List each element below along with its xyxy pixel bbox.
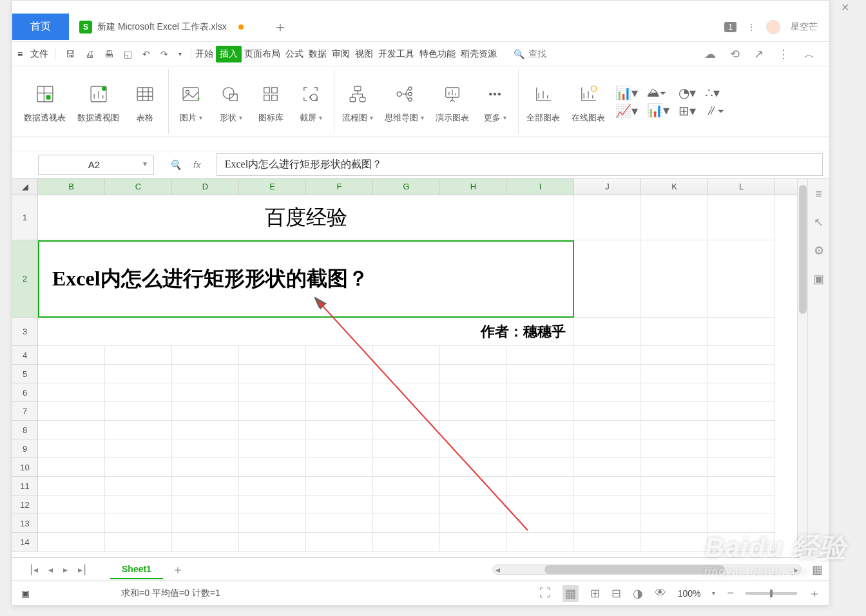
cell[interactable] <box>641 458 708 477</box>
tab-review[interactable]: 审阅 <box>329 44 352 64</box>
cell[interactable] <box>641 365 708 383</box>
cell[interactable] <box>105 365 172 383</box>
tab-devtools[interactable]: 开发工具 <box>376 44 417 64</box>
tab-formula[interactable]: 公式 <box>283 44 306 64</box>
col-header[interactable]: K <box>641 178 708 195</box>
tab-view[interactable]: 视图 <box>352 44 376 64</box>
cell[interactable] <box>708 439 775 458</box>
cell-a2-selected[interactable]: Excel内怎么进行矩形形状的截图？ <box>38 240 574 318</box>
row-header[interactable]: 7 <box>12 402 38 421</box>
cell[interactable] <box>574 402 641 421</box>
cell[interactable] <box>574 421 641 439</box>
zoom-fx-icon[interactable]: 🔍 <box>169 159 182 171</box>
search-box[interactable]: 🔍 查找 <box>514 48 546 60</box>
cell[interactable] <box>708 421 775 439</box>
name-box[interactable]: A2 <box>38 155 154 175</box>
tab-features[interactable]: 特色功能 <box>417 44 458 64</box>
col-header[interactable]: E <box>239 178 306 195</box>
preview-icon[interactable]: ◱ <box>124 49 132 59</box>
cell[interactable] <box>507 365 574 383</box>
cell[interactable] <box>574 533 641 552</box>
tab-insert[interactable]: 插入 <box>216 46 242 63</box>
cell[interactable] <box>239 365 306 383</box>
cell[interactable] <box>105 496 172 514</box>
cell-a1[interactable]: 百度经验 <box>38 195 574 240</box>
row-header[interactable]: 6 <box>12 383 38 402</box>
cell[interactable] <box>440 439 507 458</box>
bar-chart-icon[interactable]: 📊▾ <box>615 85 638 101</box>
cell[interactable] <box>172 365 239 383</box>
cell[interactable] <box>105 458 172 477</box>
row-header[interactable]: 9 <box>12 439 38 458</box>
cell[interactable] <box>239 514 306 533</box>
area-chart-icon[interactable]: ⛰▾ <box>647 85 669 100</box>
more-icon[interactable]: ⋮ <box>778 47 789 61</box>
win-close[interactable]: ✕ <box>841 1 849 14</box>
row-header[interactable]: 8 <box>12 421 38 439</box>
cell[interactable] <box>440 421 507 439</box>
btn-pivot-chart[interactable]: 数据透视图 <box>73 69 123 134</box>
tab-resources[interactable]: 稻壳资源 <box>458 44 499 64</box>
sidepanel-panel-icon[interactable]: ▣ <box>813 272 824 286</box>
cell[interactable] <box>641 514 708 533</box>
stock-chart-icon[interactable]: ⫽▾ <box>705 103 724 118</box>
vertical-scrollbar[interactable] <box>797 178 807 557</box>
cell[interactable] <box>38 477 105 496</box>
col-header[interactable]: J <box>574 178 641 195</box>
eye-icon[interactable]: 👁 <box>655 586 666 600</box>
row-header[interactable]: 12 <box>12 496 38 514</box>
btn-presentation-chart[interactable]: 演示图表 <box>432 69 473 134</box>
combo-chart-icon[interactable]: ⊞▾ <box>678 103 696 119</box>
cell[interactable] <box>373 421 440 439</box>
zoom-slider[interactable] <box>746 592 797 595</box>
cell[interactable] <box>172 533 239 552</box>
cell[interactable] <box>440 383 507 402</box>
btn-shapes[interactable]: 形状 <box>213 69 249 134</box>
pie-chart-icon[interactable]: ◔▾ <box>678 85 696 101</box>
cell[interactable] <box>38 346 105 365</box>
cell[interactable] <box>105 439 172 458</box>
cell[interactable] <box>172 383 239 402</box>
col-header[interactable]: G <box>373 178 440 195</box>
cell[interactable] <box>440 533 507 552</box>
cell[interactable] <box>708 402 775 421</box>
fullscreen-icon[interactable]: ⛶ <box>539 586 551 600</box>
btn-more[interactable]: 更多 <box>477 69 519 134</box>
sidepanel-hamburger-icon[interactable]: ≡ <box>815 188 822 201</box>
cell[interactable] <box>105 533 172 552</box>
cell[interactable] <box>105 477 172 496</box>
cell[interactable] <box>38 439 105 458</box>
tab-pagelayout[interactable]: 页面布局 <box>242 44 283 64</box>
view-normal-icon[interactable]: ▦ <box>563 585 579 602</box>
row-header[interactable]: 1 <box>12 195 38 240</box>
cell[interactable] <box>306 421 373 439</box>
read-mode-icon[interactable]: ◑ <box>633 586 643 601</box>
tab-document[interactable]: S 新建 Microsoft Excel 工作表.xlsx <box>69 21 254 34</box>
save-icon[interactable]: 🖫 <box>66 49 75 59</box>
user-avatar[interactable] <box>766 20 780 34</box>
cell[interactable] <box>641 346 708 365</box>
col-header[interactable]: B <box>38 178 105 195</box>
cell[interactable] <box>239 496 306 514</box>
tab-data[interactable]: 数据 <box>306 44 329 64</box>
cell[interactable] <box>172 439 239 458</box>
cell[interactable] <box>172 421 239 439</box>
cell[interactable] <box>306 346 373 365</box>
notification-badge[interactable]: 1 <box>724 22 736 32</box>
cell[interactable] <box>239 477 306 496</box>
qat-dropdown[interactable]: ▾ <box>178 50 182 57</box>
cell[interactable] <box>641 533 708 552</box>
btn-flowchart[interactable]: 流程图 <box>338 69 377 134</box>
sheet-next-icon[interactable]: ▸ <box>63 564 68 575</box>
cell[interactable] <box>105 346 172 365</box>
row-header[interactable]: 14 <box>12 533 38 552</box>
cell[interactable] <box>574 346 641 365</box>
cell[interactable] <box>574 496 641 514</box>
btn-mindmap[interactable]: 思维导图 <box>381 69 428 134</box>
cell[interactable] <box>172 514 239 533</box>
zoom-in-icon[interactable]: ＋ <box>809 586 820 601</box>
cell[interactable] <box>306 439 373 458</box>
col-header[interactable]: I <box>507 178 574 195</box>
cell[interactable] <box>507 496 574 514</box>
cell[interactable] <box>641 496 708 514</box>
